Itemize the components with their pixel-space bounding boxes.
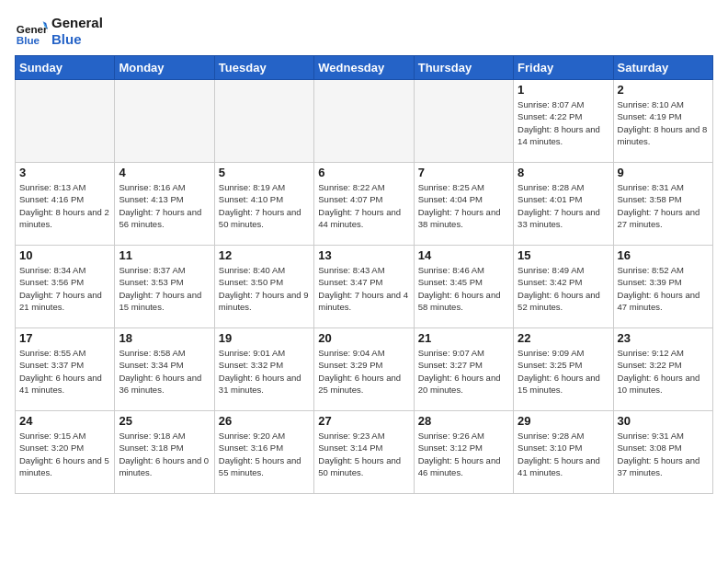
day-info: Sunrise: 9:15 AM Sunset: 3:20 PM Dayligh… (19, 430, 110, 478)
day-number: 28 (418, 414, 509, 428)
calendar-cell: 14Sunrise: 8:46 AM Sunset: 3:45 PM Dayli… (414, 246, 513, 328)
day-number: 23 (618, 331, 709, 345)
day-number: 20 (318, 331, 409, 345)
calendar-cell: 23Sunrise: 9:12 AM Sunset: 3:22 PM Dayli… (613, 328, 712, 411)
calendar-cell (16, 80, 115, 163)
calendar-cell: 2Sunrise: 8:10 AM Sunset: 4:19 PM Daylig… (613, 80, 712, 163)
calendar-cell: 20Sunrise: 9:04 AM Sunset: 3:29 PM Dayli… (314, 328, 414, 411)
calendar-cell: 9Sunrise: 8:31 AM Sunset: 3:58 PM Daylig… (613, 163, 712, 246)
day-info: Sunrise: 8:19 AM Sunset: 4:10 PM Dayligh… (219, 181, 310, 230)
day-number: 4 (119, 166, 210, 179)
day-number: 14 (418, 248, 509, 262)
day-number: 24 (19, 414, 110, 428)
day-number: 29 (518, 414, 609, 428)
day-info: Sunrise: 9:28 AM Sunset: 3:10 PM Dayligh… (518, 430, 609, 478)
logo-blue-text: Blue (51, 31, 103, 48)
day-number: 2 (618, 83, 709, 97)
day-info: Sunrise: 9:09 AM Sunset: 3:25 PM Dayligh… (518, 347, 609, 396)
day-info: Sunrise: 9:26 AM Sunset: 3:12 PM Dayligh… (418, 430, 509, 478)
calendar-cell: 5Sunrise: 8:19 AM Sunset: 4:10 PM Daylig… (214, 163, 313, 246)
day-info: Sunrise: 9:31 AM Sunset: 3:08 PM Dayligh… (618, 430, 709, 478)
day-number: 3 (19, 166, 110, 179)
day-info: Sunrise: 8:16 AM Sunset: 4:13 PM Dayligh… (119, 181, 210, 230)
day-number: 5 (219, 166, 310, 179)
weekday-header-sunday: Sunday (16, 56, 115, 80)
calendar-cell: 28Sunrise: 9:26 AM Sunset: 3:12 PM Dayli… (414, 411, 513, 494)
day-number: 18 (119, 331, 210, 345)
calendar-cell (115, 80, 214, 163)
day-number: 22 (518, 331, 609, 345)
calendar-cell: 26Sunrise: 9:20 AM Sunset: 3:16 PM Dayli… (214, 411, 313, 494)
day-number: 30 (618, 414, 709, 428)
weekday-header-wednesday: Wednesday (314, 56, 414, 80)
week-row-3: 10Sunrise: 8:34 AM Sunset: 3:56 PM Dayli… (16, 246, 713, 328)
week-row-4: 17Sunrise: 8:55 AM Sunset: 3:37 PM Dayli… (16, 328, 713, 411)
calendar-cell: 15Sunrise: 8:49 AM Sunset: 3:42 PM Dayli… (514, 246, 613, 328)
calendar-cell: 29Sunrise: 9:28 AM Sunset: 3:10 PM Dayli… (514, 411, 613, 494)
day-info: Sunrise: 9:23 AM Sunset: 3:14 PM Dayligh… (318, 430, 409, 478)
day-number: 11 (119, 248, 210, 262)
day-info: Sunrise: 9:01 AM Sunset: 3:32 PM Dayligh… (219, 347, 310, 396)
week-row-1: 1Sunrise: 8:07 AM Sunset: 4:22 PM Daylig… (16, 80, 713, 163)
calendar-cell: 8Sunrise: 8:28 AM Sunset: 4:01 PM Daylig… (514, 163, 613, 246)
day-number: 6 (318, 166, 409, 179)
weekday-header-saturday: Saturday (613, 56, 712, 80)
day-number: 26 (219, 414, 310, 428)
day-number: 7 (418, 166, 509, 179)
calendar-cell: 22Sunrise: 9:09 AM Sunset: 3:25 PM Dayli… (514, 328, 613, 411)
day-number: 13 (318, 248, 409, 262)
calendar-cell (314, 80, 414, 163)
calendar-cell: 1Sunrise: 8:07 AM Sunset: 4:22 PM Daylig… (514, 80, 613, 163)
day-info: Sunrise: 8:55 AM Sunset: 3:37 PM Dayligh… (19, 347, 110, 396)
calendar-cell: 3Sunrise: 8:13 AM Sunset: 4:16 PM Daylig… (16, 163, 115, 246)
day-number: 19 (219, 331, 310, 345)
weekday-header-row: SundayMondayTuesdayWednesdayThursdayFrid… (16, 56, 713, 80)
day-number: 25 (119, 414, 210, 428)
day-info: Sunrise: 8:28 AM Sunset: 4:01 PM Dayligh… (518, 181, 609, 230)
day-info: Sunrise: 8:25 AM Sunset: 4:04 PM Dayligh… (418, 181, 509, 230)
calendar: SundayMondayTuesdayWednesdayThursdayFrid… (15, 55, 713, 494)
day-number: 12 (219, 248, 310, 262)
day-number: 15 (518, 248, 609, 262)
day-number: 9 (618, 166, 709, 179)
calendar-cell: 30Sunrise: 9:31 AM Sunset: 3:08 PM Dayli… (613, 411, 712, 494)
day-number: 8 (518, 166, 609, 179)
day-info: Sunrise: 8:52 AM Sunset: 3:39 PM Dayligh… (618, 264, 709, 313)
calendar-cell: 12Sunrise: 8:40 AM Sunset: 3:50 PM Dayli… (214, 246, 313, 328)
calendar-cell: 7Sunrise: 8:25 AM Sunset: 4:04 PM Daylig… (414, 163, 513, 246)
calendar-cell: 18Sunrise: 8:58 AM Sunset: 3:34 PM Dayli… (115, 328, 214, 411)
calendar-body: 1Sunrise: 8:07 AM Sunset: 4:22 PM Daylig… (16, 80, 713, 494)
day-info: Sunrise: 8:46 AM Sunset: 3:45 PM Dayligh… (418, 264, 509, 313)
day-info: Sunrise: 8:13 AM Sunset: 4:16 PM Dayligh… (19, 181, 110, 230)
weekday-header-thursday: Thursday (414, 56, 513, 80)
calendar-cell: 10Sunrise: 8:34 AM Sunset: 3:56 PM Dayli… (16, 246, 115, 328)
logo-icon: General Blue (15, 15, 48, 48)
calendar-cell: 4Sunrise: 8:16 AM Sunset: 4:13 PM Daylig… (115, 163, 214, 246)
day-info: Sunrise: 8:22 AM Sunset: 4:07 PM Dayligh… (318, 181, 409, 230)
day-number: 17 (19, 331, 110, 345)
day-info: Sunrise: 8:58 AM Sunset: 3:34 PM Dayligh… (119, 347, 210, 396)
day-number: 21 (418, 331, 509, 345)
calendar-cell: 13Sunrise: 8:43 AM Sunset: 3:47 PM Dayli… (314, 246, 414, 328)
day-info: Sunrise: 8:07 AM Sunset: 4:22 PM Dayligh… (518, 98, 609, 147)
day-number: 16 (618, 248, 709, 262)
calendar-cell: 27Sunrise: 9:23 AM Sunset: 3:14 PM Dayli… (314, 411, 414, 494)
logo-general-text: General (51, 15, 103, 31)
calendar-cell (414, 80, 513, 163)
day-info: Sunrise: 8:34 AM Sunset: 3:56 PM Dayligh… (19, 264, 110, 313)
calendar-cell (214, 80, 313, 163)
svg-text:Blue: Blue (17, 34, 40, 46)
calendar-cell: 16Sunrise: 8:52 AM Sunset: 3:39 PM Dayli… (613, 246, 712, 328)
day-info: Sunrise: 9:12 AM Sunset: 3:22 PM Dayligh… (618, 347, 709, 396)
day-number: 10 (19, 248, 110, 262)
day-info: Sunrise: 9:04 AM Sunset: 3:29 PM Dayligh… (318, 347, 409, 396)
day-info: Sunrise: 9:07 AM Sunset: 3:27 PM Dayligh… (418, 347, 509, 396)
day-info: Sunrise: 9:18 AM Sunset: 3:18 PM Dayligh… (119, 430, 210, 478)
day-info: Sunrise: 8:49 AM Sunset: 3:42 PM Dayligh… (518, 264, 609, 313)
calendar-cell: 21Sunrise: 9:07 AM Sunset: 3:27 PM Dayli… (414, 328, 513, 411)
day-info: Sunrise: 8:43 AM Sunset: 3:47 PM Dayligh… (318, 264, 409, 313)
day-info: Sunrise: 8:40 AM Sunset: 3:50 PM Dayligh… (219, 264, 310, 313)
header: General Blue General Blue (15, 15, 713, 48)
calendar-cell: 17Sunrise: 8:55 AM Sunset: 3:37 PM Dayli… (16, 328, 115, 411)
day-info: Sunrise: 9:20 AM Sunset: 3:16 PM Dayligh… (219, 430, 310, 478)
